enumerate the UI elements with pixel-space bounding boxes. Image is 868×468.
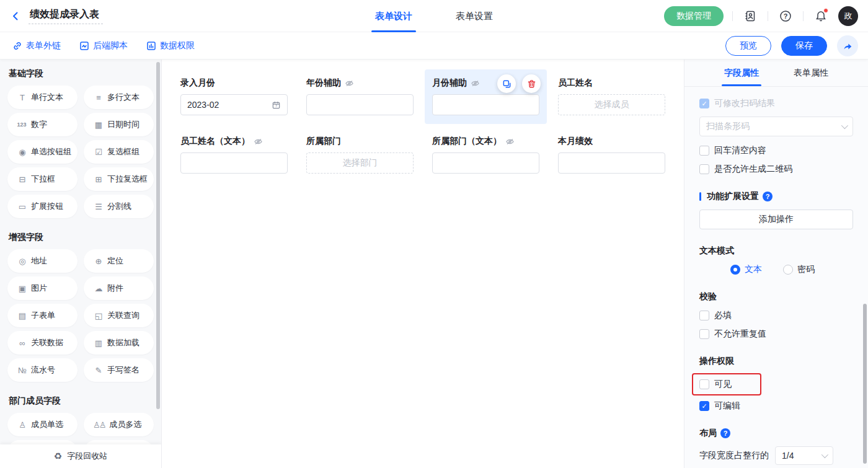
layout-title-text: 布局 [699,428,717,439]
visible-label: 可见 [714,379,732,390]
text-input[interactable] [432,152,539,174]
data-manage-button[interactable]: 数据管理 [664,6,724,26]
field-type-icon: ☰ [93,202,103,211]
tab-field-properties[interactable]: 字段属性 [724,60,759,86]
tab-form-design[interactable]: 表单设计 [375,0,412,32]
script-icon [79,41,89,51]
field-recycle-bin-button[interactable]: ♻ 字段回收站 [0,444,161,468]
header-left: 绩效提成录入表 [10,8,270,24]
field-pill[interactable]: ▤ 子表单 [7,304,78,327]
field-label: 录入月份 [180,77,215,89]
back-button[interactable] [10,11,21,22]
text-input[interactable] [558,152,665,174]
field-pill[interactable]: 123 数字 [7,113,78,136]
tab-form-properties[interactable]: 表单属性 [794,60,828,86]
field-type-icon: ▦ [93,120,103,130]
canvas-field[interactable]: 所属部门（文本） [425,128,547,182]
date-input[interactable]: 2023-02 7 [180,94,288,115]
field-pill[interactable]: ▭ 扩展按钮 [7,195,78,218]
notification-bell-icon[interactable] [812,7,830,25]
help-circle-icon[interactable]: ? [720,428,730,438]
preview-button[interactable]: 预览 [725,36,771,56]
field-pill[interactable]: ♙ 成员单选 [7,413,78,436]
picker-input[interactable]: 选择成员 [558,94,665,115]
visible-highlight-box: 可见 [692,373,761,395]
field-width-select[interactable]: 1/4 [775,446,833,465]
field-header: 本月绩效 [558,134,665,149]
eye-off-icon [471,79,480,88]
field-header: 员工姓名 [558,76,665,91]
field-pill[interactable]: ♙♙ 成员多选 [84,413,154,436]
field-pill[interactable]: ▣ 图片 [7,276,78,300]
editable-checkbox[interactable]: ✓ [699,401,709,411]
form-canvas[interactable]: 录入月份 2023-02 7 [161,60,684,468]
field-pill[interactable]: ∞ 关联数据 [7,331,78,355]
field-pill[interactable]: ⊕ 定位 [84,249,154,273]
permission-title-text: 操作权限 [699,356,734,367]
add-action-button[interactable]: 添加操作 [699,210,853,229]
field-pill[interactable]: ☑ 复选框组 [84,140,154,164]
field-pill[interactable]: ⊟ 下拉框 [7,167,78,191]
field-pill[interactable]: ☁ 附件 [84,276,154,300]
field-pill[interactable]: ▦ 日期时间 [84,113,154,136]
required-row: 必填 [699,310,853,321]
canvas-field[interactable]: 所属部门 选择部门 [299,128,421,182]
field-label: 所属部门 [306,136,341,147]
field-pill[interactable]: ☰ 分割线 [84,195,154,218]
text-input[interactable] [180,152,288,174]
field-pill[interactable]: № 流水号 [7,358,78,382]
field-pill[interactable]: ▥ 数据加载 [84,331,154,355]
field-label: 本月绩效 [558,136,593,147]
backend-script-button[interactable]: 后端脚本 [79,40,128,51]
user-avatar[interactable]: 政 [838,6,858,26]
help-icon[interactable]: ? [777,7,794,25]
properties-tabs: 字段属性 表单属性 [684,60,868,87]
external-link-button[interactable]: 表单外链 [12,40,61,51]
canvas-field[interactable]: 录入月份 2023-02 7 [173,69,295,124]
field-pill-label: 定位 [107,255,123,267]
editable-label: 可编辑 [714,400,740,412]
no-duplicate-checkbox[interactable] [699,329,709,339]
canvas-field[interactable]: 年份辅助 [299,69,421,124]
canvas-field[interactable]: 员工姓名（文本） [173,128,295,182]
help-circle-icon[interactable]: ? [763,192,773,201]
field-pill[interactable]: ≡ 多行文本 [84,86,154,109]
field-type-icon: ♙ [17,420,27,430]
allow-qrcode-checkbox[interactable] [699,164,709,174]
svg-text:?: ? [784,12,788,20]
save-button[interactable]: 保存 [781,36,827,56]
address-book-icon[interactable] [742,7,759,25]
field-pill[interactable]: ⊞ 下拉复选框 [84,167,154,191]
visible-checkbox[interactable] [699,379,709,389]
clear-on-enter-checkbox[interactable] [699,146,709,156]
field-pill[interactable]: ✎ 手写签名 [84,358,154,382]
copy-field-button[interactable] [497,74,516,93]
text-input[interactable] [432,94,539,115]
sidebar-scrollbar[interactable] [156,62,160,409]
input-placeholder: 选择部门 [343,157,378,169]
link-icon [12,41,22,51]
field-pill[interactable]: ◱ 关联查询 [84,304,154,327]
tab-form-settings[interactable]: 表单设置 [456,0,493,32]
delete-field-button[interactable] [522,74,541,93]
canvas-field[interactable]: 本月绩效 [551,128,673,182]
share-button[interactable] [837,35,858,56]
required-checkbox[interactable] [699,311,709,320]
picker-input[interactable]: 选择部门 [306,152,414,174]
form-title[interactable]: 绩效提成录入表 [29,8,103,24]
field-pill[interactable]: T 单行文本 [7,86,78,109]
text-input[interactable] [306,94,414,115]
radio-password-mode[interactable]: 密码 [783,264,815,275]
radio-text-mode[interactable]: 文本 [730,264,762,275]
eye-off-icon [345,79,354,88]
properties-scrollbar[interactable] [863,304,867,464]
field-pill[interactable]: ◎ 地址 [7,249,78,273]
scan-result-checkbox[interactable]: ✓ [699,99,709,108]
canvas-field[interactable]: 员工姓名 选择成员 [551,69,673,124]
field-pill[interactable]: ◉ 单选按钮组 [7,140,78,164]
field-pill-label: 手写签名 [107,364,140,376]
data-permission-button[interactable]: 数据权限 [146,40,195,51]
scan-type-select[interactable]: 扫描条形码 [699,117,853,136]
section-enhanced-fields: 增强字段 ◎ 地址 ⊕ 定位 ▣ 图片 ☁ [7,232,154,382]
canvas-field[interactable]: 月份辅助 [425,69,547,124]
